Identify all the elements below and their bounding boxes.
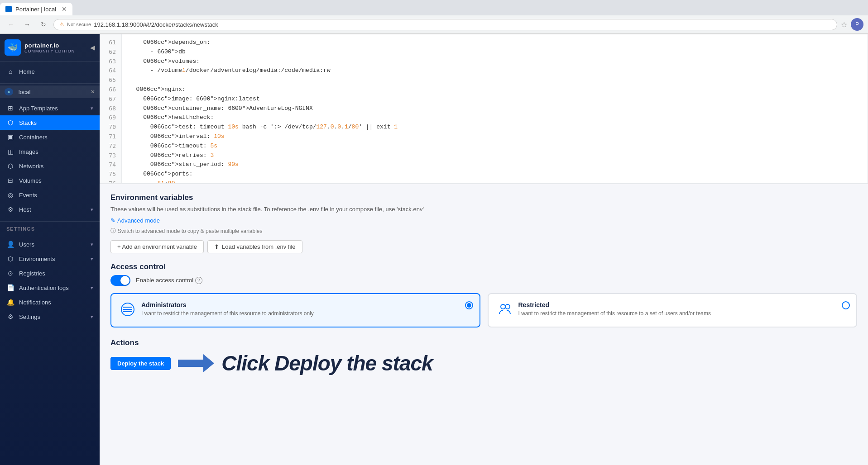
env-name: local xyxy=(19,89,86,95)
env-close-icon[interactable]: ✕ xyxy=(91,89,95,95)
deploy-stack-btn[interactable]: Deploy the stack xyxy=(110,357,171,370)
sidebar-item-volumes[interactable]: ⊟ Volumes xyxy=(0,173,100,188)
environments-arrow: ▾ xyxy=(91,256,93,262)
security-icon: ⚠ xyxy=(59,21,64,28)
administrators-card-content: Administrators I want to restrict the ma… xyxy=(141,301,314,317)
networks-label: Networks xyxy=(19,163,93,170)
tab-favicon xyxy=(5,6,12,12)
code-lines: 0066cc">depends_on: - 6600">db 0066cc">v… xyxy=(122,34,868,183)
restricted-card-content: Restricted I want to restrict the manage… xyxy=(518,301,711,317)
line-number: 73 xyxy=(100,151,121,161)
toggle-help-icon[interactable]: ? xyxy=(195,277,202,284)
profile-btn[interactable]: P xyxy=(851,18,863,31)
sidebar-item-images[interactable]: ◫ Images xyxy=(0,144,100,159)
restricted-card[interactable]: Restricted I want to restrict the manage… xyxy=(488,293,858,327)
access-cards: Administrators I want to restrict the ma… xyxy=(110,293,857,327)
access-control-toggle[interactable] xyxy=(110,275,130,286)
tab-close-btn[interactable]: ✕ xyxy=(62,5,67,13)
code-editor[interactable]: 6162636465666768697071727374757677787980… xyxy=(100,34,868,184)
toggle-label: Enable access control ? xyxy=(136,277,202,285)
sidebar-item-notifications[interactable]: 🔔 Notifications xyxy=(0,295,100,309)
line-number: 76 xyxy=(100,179,121,184)
notifications-label: Notifications xyxy=(19,299,93,306)
forward-btn[interactable]: → xyxy=(21,18,34,31)
advanced-mode-link[interactable]: ✎ Advanced mode xyxy=(110,217,160,224)
tab-title: Portainer | local xyxy=(15,6,56,13)
code-line: 0066cc">container_name: 6600">AdventureL… xyxy=(129,104,860,114)
registries-label: Registries xyxy=(19,270,93,277)
sidebar-item-containers[interactable]: ▣ Containers xyxy=(0,130,100,144)
reload-btn[interactable]: ↻ xyxy=(37,18,50,31)
address-bar[interactable]: ⚠ Not secure 192.168.1.18:9000/#!/2/dock… xyxy=(53,19,837,30)
sidebar-item-auth-logs[interactable]: 📄 Authentication logs ▾ xyxy=(0,280,100,295)
administrators-title: Administrators xyxy=(141,301,314,308)
users-arrow: ▾ xyxy=(91,242,93,247)
line-number: 74 xyxy=(100,160,121,170)
images-label: Images xyxy=(19,148,93,155)
svg-marker-6 xyxy=(178,354,214,372)
administrators-card[interactable]: Administrators I want to restrict the ma… xyxy=(110,293,480,327)
sidebar-item-settings[interactable]: ⚙ Settings ▾ xyxy=(0,309,100,324)
settings-icon: ⚙ xyxy=(6,313,14,320)
sidebar-item-events[interactable]: ◎ Events xyxy=(0,188,100,202)
sidebar-logo-title: portainer.io xyxy=(24,42,75,49)
load-env-file-btn[interactable]: ⬆ Load variables from .env file xyxy=(207,240,302,253)
code-line: 0066cc">interval: 10s xyxy=(129,132,860,142)
browser-toolbar: ← → ↻ ⚠ Not secure 192.168.1.18:9000/#!/… xyxy=(0,15,868,34)
volumes-label: Volumes xyxy=(19,177,93,184)
restricted-desc: I want to restrict the management of thi… xyxy=(518,310,711,317)
line-number: 71 xyxy=(100,132,121,142)
events-label: Events xyxy=(19,192,93,199)
line-number: 64 xyxy=(100,66,121,76)
sidebar-item-registries[interactable]: ⊙ Registries xyxy=(0,266,100,280)
back-btn[interactable]: ← xyxy=(5,18,17,31)
sidebar-item-app-templates[interactable]: ⊞ App Templates ▾ xyxy=(0,101,100,115)
sidebar-item-networks[interactable]: ⬡ Networks xyxy=(0,159,100,173)
line-number: 72 xyxy=(100,142,121,151)
sidebar-item-users[interactable]: 👤 Users ▾ xyxy=(0,237,100,251)
app-templates-label: App Templates xyxy=(19,105,86,112)
sidebar-item-home[interactable]: ⌂ Home xyxy=(0,64,100,79)
code-line: 0066cc">healthcheck: xyxy=(129,113,860,123)
add-env-variable-btn[interactable]: + Add an environment variable xyxy=(110,240,204,253)
sidebar-collapse-btn[interactable]: ◀ xyxy=(90,44,95,51)
edit-icon: ✎ xyxy=(110,217,115,224)
stacks-icon: ⬡ xyxy=(6,119,14,126)
settings-label-item: Settings xyxy=(19,313,86,320)
code-line: 0066cc">test: timeout 10s bash -c ':> /d… xyxy=(129,123,860,132)
home-icon: ⌂ xyxy=(6,68,14,75)
line-number: 61 xyxy=(100,38,121,47)
docker-section: ⊞ App Templates ▾ ⬡ Stacks ▣ Containers … xyxy=(0,98,100,219)
host-arrow: ▾ xyxy=(91,207,93,213)
access-control-section: Access control Enable access control ? xyxy=(110,262,857,327)
active-tab[interactable]: Portainer | local ✕ xyxy=(0,3,72,15)
sidebar-env-item[interactable]: ● local ✕ xyxy=(0,85,100,98)
code-editor-section: 6162636465666768697071727374757677787980… xyxy=(100,34,868,184)
main-content: 6162636465666768697071727374757677787980… xyxy=(100,34,868,465)
line-number: 67 xyxy=(100,95,121,104)
app-layout: 🐳 portainer.io COMMUNITY EDITION ◀ ⌂ Hom… xyxy=(0,34,868,465)
restricted-icon xyxy=(498,302,512,319)
events-icon: ◎ xyxy=(6,191,14,199)
environments-icon: ⬡ xyxy=(6,255,14,262)
line-numbers: 6162636465666768697071727374757677787980… xyxy=(100,34,122,183)
arrow-indicator xyxy=(178,352,214,374)
sidebar-item-environments[interactable]: ⬡ Environments ▾ xyxy=(0,251,100,266)
environments-label: Environments xyxy=(19,256,86,262)
code-line: - /volume1/docker/adventurelog/media:/co… xyxy=(129,66,860,76)
auth-logs-arrow: ▾ xyxy=(91,285,93,291)
administrators-radio[interactable] xyxy=(465,301,473,309)
sidebar-item-host[interactable]: ⚙ Host ▾ xyxy=(0,202,100,217)
line-number: 65 xyxy=(100,76,121,85)
code-line: 0066cc">start_period: 90s xyxy=(129,160,860,170)
portainer-logo-icon: 🐳 xyxy=(5,39,21,56)
browser-chrome: Portainer | local ✕ ← → ↻ ⚠ Not secure 1… xyxy=(0,0,868,34)
sidebar-logo-text: portainer.io COMMUNITY EDITION xyxy=(24,42,75,53)
upload-icon: ⬆ xyxy=(214,243,219,250)
sidebar-item-stacks[interactable]: ⬡ Stacks xyxy=(0,115,100,130)
switch-mode-link[interactable]: ⓘ Switch to advanced mode to copy & past… xyxy=(110,227,263,235)
bookmark-btn[interactable]: ☆ xyxy=(841,20,847,29)
volumes-icon: ⊟ xyxy=(6,177,14,184)
restricted-radio[interactable] xyxy=(842,301,850,309)
actions-row: Deploy the stack Click Deploy the stack xyxy=(110,351,857,375)
